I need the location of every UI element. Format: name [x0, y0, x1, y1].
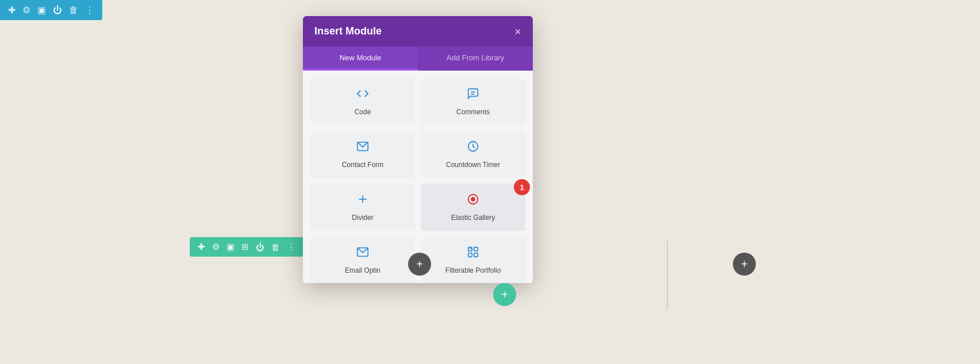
module-item-contact-form[interactable]: Contact Form: [310, 131, 415, 178]
power-icon[interactable]: ⏻: [53, 5, 62, 16]
row-grid-icon[interactable]: ⊞: [241, 242, 249, 252]
row-columns-icon[interactable]: ▣: [226, 242, 235, 252]
top-toolbar: ✚ ⚙ ▣ ⏻ 🗑 ⋮: [0, 0, 102, 20]
tab-new-module[interactable]: New Module: [303, 47, 418, 71]
insert-module-modal: Insert Module × New Module Add From Libr…: [303, 16, 533, 283]
add-icon[interactable]: ✚: [8, 5, 16, 16]
main-add-button[interactable]: +: [408, 253, 431, 276]
module-label-elastic-gallery: Elastic Gallery: [451, 214, 495, 222]
module-label-filterable-portfolio: Filterable Portfolio: [445, 266, 501, 274]
svg-rect-15: [474, 253, 478, 257]
module-item-elastic-gallery[interactable]: Elastic Gallery 1: [421, 184, 525, 231]
row-gear-icon[interactable]: ⚙: [212, 242, 220, 252]
svg-rect-14: [468, 253, 472, 257]
module-label-code: Code: [355, 108, 371, 116]
vertical-divider: [667, 241, 668, 310]
code-icon: [356, 87, 369, 103]
section-add-button[interactable]: +: [493, 283, 516, 306]
modal-header: Insert Module ×: [303, 16, 533, 47]
row-trash-icon[interactable]: 🗑: [271, 242, 280, 252]
row-add-icon[interactable]: ✚: [198, 242, 205, 252]
filterable-portfolio-icon: [467, 246, 479, 262]
row-power-icon[interactable]: ⏻: [256, 242, 264, 252]
module-item-code[interactable]: Code: [310, 78, 415, 125]
module-item-comments[interactable]: Comments: [421, 78, 525, 125]
more-icon[interactable]: ⋮: [85, 5, 94, 16]
module-label-email-optin: Email Optin: [345, 266, 381, 274]
svg-rect-13: [474, 247, 478, 251]
modal-title: Insert Module: [314, 25, 382, 37]
module-label-countdown: Countdown Timer: [446, 161, 500, 169]
tab-add-from-library[interactable]: Add From Library: [418, 47, 533, 71]
row-more-icon[interactable]: ⋮: [287, 242, 295, 252]
module-label-contact-form: Contact Form: [342, 161, 384, 169]
modal-close-button[interactable]: ×: [514, 26, 521, 37]
gear-icon[interactable]: ⚙: [22, 5, 30, 16]
module-item-email-optin[interactable]: Email Optin: [310, 237, 415, 283]
module-grid: Code Comments Contact Form: [303, 71, 533, 283]
comments-icon: [467, 87, 479, 103]
module-label-divider: Divider: [352, 214, 373, 222]
module-item-filterable-portfolio[interactable]: Filterable Portfolio: [421, 237, 525, 283]
columns-icon[interactable]: ▣: [37, 5, 46, 16]
side-add-button[interactable]: +: [733, 253, 756, 276]
elastic-gallery-badge: 1: [514, 179, 530, 195]
countdown-icon: [467, 140, 479, 156]
module-item-divider[interactable]: Divider: [310, 184, 415, 231]
trash-icon[interactable]: 🗑: [69, 5, 78, 16]
module-item-countdown-timer[interactable]: Countdown Timer: [421, 131, 525, 178]
row-toolbar: ✚ ⚙ ▣ ⊞ ⏻ 🗑 ⋮: [190, 237, 303, 257]
elastic-gallery-icon: [467, 193, 479, 209]
divider-icon: [356, 193, 369, 209]
modal-tabs: New Module Add From Library: [303, 47, 533, 71]
email-optin-icon: [356, 246, 369, 262]
module-label-comments: Comments: [456, 108, 490, 116]
contact-form-icon: [356, 140, 369, 156]
